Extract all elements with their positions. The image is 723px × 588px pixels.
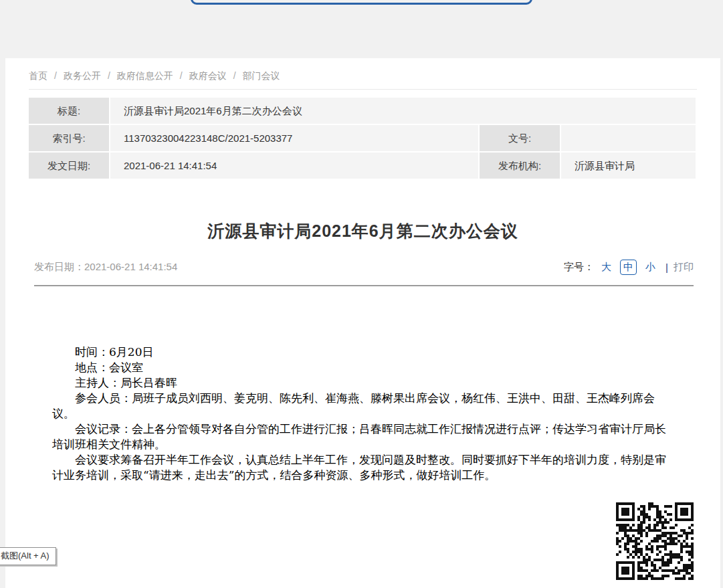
publish-date-value: 2021-06-21 14:41:54 [84,261,177,272]
article-paragraph: 会议记录：会上各分管领导对各自分管的工作进行汇报；吕春晖同志就工作汇报情况进行点… [52,421,670,452]
article-paragraph: 主持人：局长吕春晖 [52,375,670,391]
article-paragraph: 时间：6月20日 [52,345,670,360]
breadcrumb-item-zhengwu[interactable]: 政务公开 [64,70,101,81]
meta-agency-value: 沂源县审计局 [561,153,696,179]
meta-title-value: 沂源县审计局2021年6月第二次办公会议 [110,98,696,124]
breadcrumb-separator: / [108,70,110,81]
breadcrumb-item-dept-meeting[interactable]: 部门会议 [243,70,280,81]
page-title: 沂源县审计局2021年6月第二次办公会议 [5,220,720,242]
meta-issuedate-value: 2021-06-21 14:41:54 [110,153,478,179]
breadcrumb-separator: / [180,70,183,81]
document-meta-table: 标题: 沂源县审计局2021年6月第二次办公会议 索引号: 1137032300… [29,98,696,179]
breadcrumb-separator: / [54,70,57,81]
font-size-toolbar: 字号： 大 中 小 | 打印 [564,260,694,275]
qr-code-icon [610,496,700,586]
toolbar-divider: | [665,262,668,273]
font-size-large-button[interactable]: 大 [598,260,615,275]
meta-title-label: 标题: [29,98,109,124]
publish-date-label: 发布日期： [34,261,84,272]
content-divider [34,285,694,286]
breadcrumb-item-info[interactable]: 政府信息公开 [117,70,173,81]
breadcrumb-divider [29,89,697,90]
content-card: 首页/政务公开/政府信息公开/政府会议/部门会议 标题: 沂源县审计局2021年… [5,58,720,588]
meta-issuedate-label: 发文日期: [29,153,109,179]
font-size-small-button[interactable]: 小 [642,260,659,275]
breadcrumb-item-gov-meeting[interactable]: 政府会议 [189,70,227,81]
breadcrumb: 首页/政务公开/政府信息公开/政府会议/部门会议 [5,58,720,82]
font-size-label: 字号： [564,261,594,274]
meta-index-label: 索引号: [29,125,109,151]
screenshot-tooltip: 截图(Alt + A) [0,547,56,565]
publish-row: 发布日期：2021-06-21 14:41:54 字号： 大 中 小 | 打印 [34,260,694,275]
article-body: 时间：6月20日 地点：会议室 主持人：局长吕春晖 参会人员：局班子成员刘西明、… [52,345,670,483]
meta-index-value: 11370323004223148C/2021-5203377 [110,125,478,151]
publish-date: 发布日期：2021-06-21 14:41:54 [34,261,177,274]
font-size-medium-button[interactable]: 中 [620,260,637,275]
breadcrumb-item-home[interactable]: 首页 [29,70,47,81]
breadcrumb-separator: / [233,70,236,81]
article-paragraph: 会议要求筹备召开半年工作会议，认真总结上半年工作，发现问题及时整改。同时要抓好下… [52,452,670,483]
article-paragraph: 地点：会议室 [52,360,670,375]
print-button[interactable]: 打印 [674,261,694,274]
meta-docnum-label: 文号: [480,125,560,151]
meta-docnum-value [561,125,696,151]
meta-agency-label: 发布机构: [480,153,560,179]
article-paragraph: 参会人员：局班子成员刘西明、姜克明、陈先利、崔海燕、滕树果出席会议，杨红伟、王洪… [52,391,670,421]
search-box-remnant[interactable] [191,0,532,5]
